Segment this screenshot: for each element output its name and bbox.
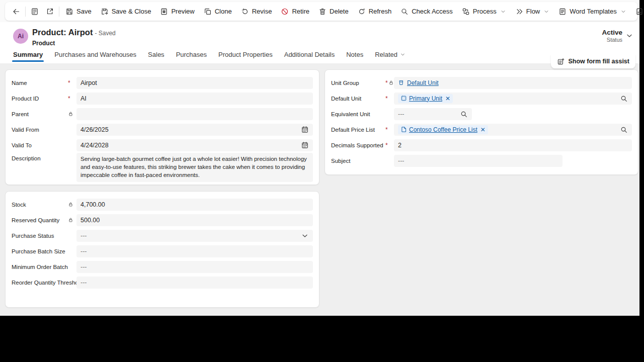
field-row-description: DescriptionServing large-batch gourmet c…	[12, 153, 313, 182]
back-arrow-button[interactable]	[9, 4, 24, 19]
stock-input[interactable]: 4,700.00	[76, 199, 313, 211]
minimum-order-batch-input[interactable]: ---	[76, 261, 313, 273]
refresh-icon	[358, 8, 366, 16]
delete-button[interactable]: Delete	[314, 4, 353, 19]
tab-purchases-and-warehouses[interactable]: Purchases and Warehouses	[53, 48, 137, 63]
field-control: AI	[76, 93, 313, 105]
field-label: Default Price List	[331, 127, 385, 133]
lock-icon	[68, 202, 73, 207]
status-chevron-down-icon[interactable]	[625, 32, 633, 40]
revise-button[interactable]: Revise	[236, 4, 277, 19]
search-icon[interactable]	[620, 126, 628, 134]
calendar-icon[interactable]	[301, 141, 309, 149]
toolbar-button-label: Word Templates	[570, 8, 616, 15]
retire-icon	[281, 8, 289, 16]
valid-to-input[interactable]: 4/24/2028	[76, 139, 313, 151]
contoso-coffee-price-list-link[interactable]: Contoso Coffee Price List	[409, 126, 477, 133]
tab-notes[interactable]: Notes	[345, 48, 364, 63]
toolbar-button-label: Check Access	[412, 8, 453, 15]
tab-sales[interactable]: Sales	[147, 48, 166, 63]
status-field[interactable]: Active Status	[602, 29, 622, 43]
field-markers: *	[68, 96, 76, 102]
retire-button[interactable]: Retire	[276, 4, 314, 19]
unit-group-input[interactable]: Default Unit	[394, 77, 632, 89]
save-close-button[interactable]: Save & Close	[96, 4, 156, 19]
lock-icon	[68, 217, 73, 223]
form-assist-icon	[557, 58, 565, 65]
purchase-status-input[interactable]: ---	[76, 230, 313, 242]
back-arrow-icon	[12, 8, 20, 16]
card-general-information: Name*AirpotProduct ID*AIParentValid From…	[5, 69, 319, 185]
decimals-supported-input[interactable]: 2	[394, 139, 632, 151]
field-value: Serving large-batch gourmet coffee just …	[80, 155, 309, 179]
calendar-icon[interactable]	[301, 126, 309, 134]
tab-label: Product Properties	[218, 51, 273, 58]
parent-input[interactable]	[76, 108, 313, 120]
search-icon[interactable]	[460, 110, 468, 118]
field-control: ---	[394, 108, 632, 120]
tab-purchases[interactable]: Purchases	[175, 48, 208, 63]
required-asterisk: *	[385, 80, 388, 86]
default-unit-input[interactable]: Primary Unit✕	[394, 93, 632, 105]
field-value: 4,700.00	[80, 201, 105, 208]
chevron-down-icon[interactable]	[301, 232, 309, 240]
field-markers: *	[385, 127, 394, 133]
tab-related[interactable]: Related	[374, 48, 407, 63]
run-report-button[interactable]: Run Report	[631, 4, 644, 19]
search-icon[interactable]	[620, 95, 628, 103]
primary-unit-link[interactable]: Primary Unit	[409, 95, 442, 102]
reorder-quantity-threshold-input[interactable]: ---	[76, 277, 313, 289]
valid-from-input[interactable]: 4/26/2025	[76, 124, 313, 136]
default-price-list-input[interactable]: Contoso Coffee Price List✕	[394, 124, 632, 136]
equivalent-unit-input[interactable]: ---	[394, 108, 472, 120]
name-input[interactable]: Airpot	[76, 77, 313, 89]
required-asterisk: *	[68, 96, 70, 102]
refresh-button[interactable]: Refresh	[353, 4, 396, 19]
show-form-fill-assist-button[interactable]: Show form fill assist	[551, 54, 635, 68]
word-templates-button[interactable]: Word Templates	[554, 4, 630, 19]
toolbar-button-label: Save & Close	[112, 8, 151, 15]
tab-product-properties[interactable]: Product Properties	[217, 48, 274, 63]
form-content: Name*AirpotProduct ID*AIParentValid From…	[0, 63, 639, 316]
reserved-quantity-input[interactable]: 500.00	[76, 214, 313, 226]
preview-button[interactable]: Preview	[155, 4, 199, 19]
chevron-down-icon	[500, 9, 506, 15]
tab-label: Additional Details	[284, 51, 335, 58]
lock-icon	[388, 80, 394, 85]
toolbar-button-label: Clone	[215, 8, 232, 15]
chevron-down-icon	[543, 9, 549, 15]
field-control: Default Unit	[394, 77, 632, 89]
field-row-reorder-quantity-threshold: Reorder Quantity Threshold---	[12, 275, 313, 290]
field-label: Purchase Batch Size	[12, 248, 68, 254]
save-button[interactable]: Save	[61, 4, 96, 19]
field-control: ---	[76, 277, 313, 289]
record-title: Product: Airpot	[32, 28, 93, 37]
record-form-button[interactable]	[27, 4, 42, 19]
subject-input[interactable]: ---	[394, 155, 562, 167]
product-id-input[interactable]: AI	[76, 93, 313, 105]
tab-summary[interactable]: Summary	[12, 48, 44, 63]
field-control: Airpot	[76, 77, 313, 89]
clone-button[interactable]: Clone	[199, 4, 236, 19]
tab-label: Purchases and Warehouses	[54, 51, 136, 58]
default-unit-link[interactable]: Default Unit	[407, 79, 439, 86]
save-icon	[65, 8, 73, 16]
popout-icon	[46, 8, 54, 16]
placeholder-text: ---	[398, 157, 405, 164]
avatar: Ai	[13, 29, 28, 44]
purchase-batch-size-input[interactable]: ---	[76, 245, 313, 257]
flow-button[interactable]: Flow	[511, 4, 554, 19]
popout-button[interactable]	[42, 4, 57, 19]
toolbar-button-label: Save	[76, 8, 92, 15]
remove-chip-icon[interactable]: ✕	[480, 127, 486, 133]
process-button[interactable]: Process	[457, 4, 511, 19]
field-value: Airpot	[80, 79, 97, 86]
toolbar-button-label: Delete	[330, 8, 349, 15]
tab-additional-details[interactable]: Additional Details	[283, 48, 336, 63]
field-label: Reorder Quantity Threshold	[12, 280, 68, 286]
check-access-button[interactable]: Check Access	[396, 4, 457, 19]
description-input[interactable]: Serving large-batch gourmet coffee just …	[76, 153, 313, 182]
field-label: Product ID	[12, 96, 68, 102]
field-label: Subject	[331, 158, 385, 164]
remove-chip-icon[interactable]: ✕	[445, 96, 450, 102]
